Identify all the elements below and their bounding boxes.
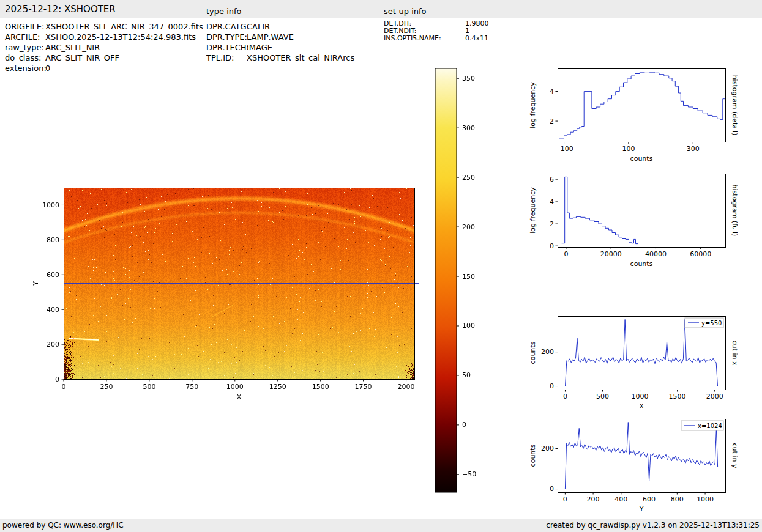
svg-text:log frequency: log frequency [529, 82, 537, 128]
svg-text:0: 0 [563, 393, 567, 401]
svg-text:1000: 1000 [697, 495, 714, 503]
cut-in-y-plot: 020040060080010000200Ycountscut in yx=10… [523, 414, 759, 519]
svg-text:log frequency: log frequency [529, 187, 537, 234]
svg-text:200: 200 [47, 341, 59, 349]
svg-text:200: 200 [541, 348, 554, 356]
svg-text:500: 500 [596, 393, 609, 401]
svg-text:1000: 1000 [632, 393, 649, 401]
svg-text:600: 600 [643, 495, 656, 503]
page-title: 2025-12-12: XSHOOTER [5, 4, 116, 15]
svg-text:400: 400 [47, 306, 59, 314]
hist_detail-svg: −10010030024countslog frequencyhistogram… [523, 64, 759, 171]
colorbar-tick-label: 300 [462, 124, 475, 132]
info-row: DPR.TYPE:LAMP,WAVE [206, 32, 354, 42]
colorbar-tick-label: 350 [462, 75, 475, 83]
type-info-heading: type info [206, 7, 242, 16]
info-value: 0.4x11 [465, 35, 488, 42]
info-row: DPR.TECH:IMAGE [206, 42, 354, 53]
svg-text:1750: 1750 [355, 383, 372, 391]
info-value: XSHOO.2025-12-13T12:54:24.983.fits [45, 32, 196, 42]
plot-caption: cut in y [731, 443, 739, 468]
svg-text:0: 0 [550, 382, 554, 390]
svg-text:−100: −100 [555, 145, 573, 153]
info-label: raw_type: [5, 42, 45, 53]
axes-box [558, 174, 726, 248]
detector-image-plot: 0250500750100012501500175020000200400600… [24, 180, 453, 413]
info-value: ARC_SLIT_NIR_OFF [45, 53, 119, 63]
info-value: ARC_SLIT_NIR [45, 42, 100, 53]
colorbar-tick-label: 50 [462, 371, 471, 379]
info-label: ARCFILE: [5, 32, 45, 42]
info-row: INS.OPTI5.NAME:0.4x11 [384, 35, 489, 42]
footer-left-text: powered by QC: www.eso.org/HC [2, 521, 124, 530]
axes-box [558, 69, 726, 142]
svg-text:60000: 60000 [690, 250, 711, 258]
footer-bar: powered by QC: www.eso.org/HC created by… [0, 519, 762, 532]
data-line [566, 320, 718, 386]
svg-text:20000: 20000 [600, 250, 622, 258]
plot-caption: cut in x [731, 341, 739, 366]
colorbar-tick-label: 200 [462, 223, 475, 231]
svg-text:1500: 1500 [669, 393, 686, 401]
svg-text:X: X [237, 393, 242, 401]
info-label: DPR.CATG: [206, 21, 247, 32]
colorbar-tick-label: 100 [462, 322, 475, 330]
svg-text:400: 400 [614, 495, 627, 503]
svg-text:0: 0 [563, 495, 567, 503]
svg-text:1000: 1000 [42, 201, 59, 209]
svg-text:Y: Y [639, 505, 644, 513]
svg-text:2000: 2000 [706, 393, 723, 401]
setup-info-heading: set-up info [384, 7, 427, 16]
svg-text:800: 800 [671, 495, 684, 503]
plot-caption: histogram (full) [731, 185, 739, 237]
info-value: LAMP,WAVE [247, 32, 294, 42]
data-line [559, 72, 725, 138]
svg-text:X: X [639, 402, 644, 410]
cut-in-x-plot: 05001000150020000200Xcountscut in xy=550 [523, 311, 759, 418]
data-line [562, 177, 638, 243]
colorbar: 350300250200150100500−50 [435, 62, 493, 498]
info-value: XSHOOTER_slt_cal_NIRArcs [247, 53, 354, 63]
cut_y-svg: 020040060080010000200Ycountscut in yx=10… [523, 414, 759, 519]
svg-text:2000: 2000 [398, 383, 415, 391]
svg-text:6: 6 [550, 175, 554, 183]
svg-text:0: 0 [55, 375, 59, 383]
svg-text:y=550: y=550 [701, 320, 722, 327]
info-row: ORIGFILE:XSHOOTER_SLT_ARC_NIR_347_0002.f… [5, 21, 203, 32]
svg-text:counts: counts [529, 444, 537, 467]
svg-text:Y: Y [32, 281, 40, 286]
info-label: extension: [5, 63, 45, 73]
svg-text:0: 0 [550, 242, 554, 250]
colorbar-tick-label: 250 [462, 174, 475, 182]
info-label: do_class: [5, 53, 45, 63]
svg-text:4: 4 [550, 198, 554, 206]
setup-info-block: DET.DIT:1.9800DET.NDIT:1INS.OPTI5.NAME:0… [384, 20, 489, 42]
svg-text:counts: counts [630, 260, 653, 268]
info-value: CALIB [247, 21, 270, 32]
info-value: XSHOOTER_SLT_ARC_NIR_347_0002.fits [45, 21, 203, 32]
colorbar-tick-label: 0 [462, 421, 466, 429]
svg-text:1000: 1000 [226, 383, 244, 391]
header-bar: 2025-12-12: XSHOOTER type info set-up in… [0, 0, 762, 18]
svg-text:800: 800 [47, 236, 59, 244]
svg-text:200: 200 [587, 495, 600, 503]
svg-text:300: 300 [687, 145, 700, 153]
info-row: DPR.CATG:CALIB [206, 21, 354, 32]
svg-text:100: 100 [622, 145, 635, 153]
info-label: DPR.TECH: [206, 42, 247, 53]
info-row: extension:0 [5, 63, 203, 73]
svg-text:0: 0 [550, 485, 554, 493]
info-row: ARCFILE:XSHOO.2025-12-13T12:54:24.983.fi… [5, 32, 203, 42]
svg-text:1250: 1250 [269, 383, 286, 391]
histogram-detail-plot: −10010030024countslog frequencyhistogram… [523, 64, 759, 171]
plot-caption: histogram (detail) [731, 75, 739, 136]
info-row: do_class:ARC_SLIT_NIR_OFF [5, 53, 203, 63]
file-info-block: ORIGFILE:XSHOOTER_SLT_ARC_NIR_347_0002.f… [5, 21, 203, 73]
type-info-block: DPR.CATG:CALIBDPR.TYPE:LAMP,WAVEDPR.TECH… [206, 21, 354, 63]
svg-text:x=1024: x=1024 [698, 423, 722, 429]
colorbar-gradient [435, 68, 457, 492]
info-row: TPL.ID:XSHOOTER_slt_cal_NIRArcs [206, 53, 354, 63]
svg-text:2: 2 [550, 117, 554, 125]
info-value: IMAGE [247, 42, 272, 53]
svg-text:500: 500 [143, 383, 155, 391]
